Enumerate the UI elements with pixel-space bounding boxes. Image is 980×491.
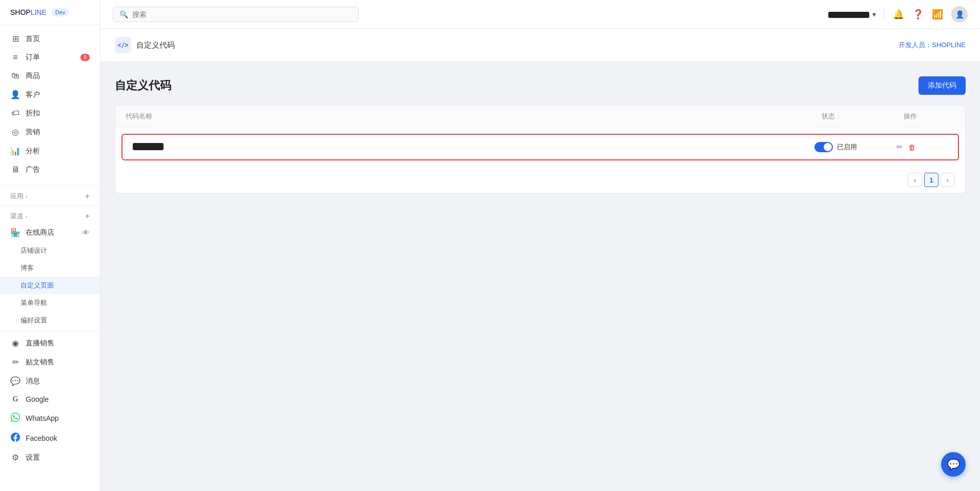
- sidebar-label-home: 首页: [26, 34, 40, 44]
- avatar[interactable]: 👤: [951, 6, 968, 23]
- fab-chat-button[interactable]: 💬: [941, 452, 966, 477]
- sidebar-item-online-store[interactable]: 🏪 在线商店 👁: [0, 223, 100, 242]
- sidebar-sublabel-custom-pages: 自定义页面: [21, 281, 54, 290]
- orders-icon: ≡: [10, 53, 21, 62]
- sidebar-subitem-menu-nav[interactable]: 菜单导航: [0, 294, 100, 312]
- delete-icon[interactable]: 🗑: [908, 143, 916, 152]
- search-icon: 🔍: [119, 10, 128, 18]
- top-bar-right: ▾ 🔔 ❓ 📶 👤: [828, 6, 968, 23]
- logo-area: SHOPLINE Dev: [0, 0, 100, 25]
- code-icon: </>: [117, 42, 129, 49]
- sidebar-label-facebook: Facebook: [26, 434, 57, 442]
- edit-icon[interactable]: ✏: [896, 142, 903, 152]
- sidebar-subitem-blog[interactable]: 博客: [0, 259, 100, 277]
- sidebar-item-customers[interactable]: 👤 客户: [0, 85, 100, 104]
- pagination-next[interactable]: ›: [941, 173, 955, 187]
- main-container: 🔍 ▾ 🔔 ❓ 📶 👤 </> 自定义代码: [100, 0, 980, 491]
- google-icon: G: [10, 395, 21, 403]
- search-input[interactable]: [132, 10, 352, 18]
- sidebar-label-ads: 广告: [26, 165, 40, 174]
- status-label: 已启用: [837, 142, 857, 152]
- page-header-bar: </> 自定义代码 开发人员：SHOPLINE: [100, 29, 980, 62]
- user-area[interactable]: ▾: [828, 10, 876, 18]
- sidebar-item-orders[interactable]: ≡ 订单 8: [0, 48, 100, 67]
- apps-label: 应用 ›: [10, 192, 27, 201]
- channels-label: 渠道 ›: [10, 212, 27, 221]
- sidebar-item-marketing[interactable]: ◎ 营销: [0, 122, 100, 141]
- whatsapp-icon: [10, 413, 21, 423]
- divider-1: [884, 9, 885, 19]
- apps-add-button[interactable]: +: [85, 192, 90, 201]
- sidebar-label-whatsapp: WhatsApp: [26, 414, 59, 422]
- sidebar-label-orders: 订单: [26, 53, 40, 62]
- sidebar-item-messages[interactable]: 💬 消息: [0, 372, 100, 391]
- settings-icon: ⚙: [10, 453, 21, 462]
- search-box[interactable]: 🔍: [113, 7, 359, 22]
- sidebar-label-products: 商品: [26, 71, 40, 80]
- home-icon: ⊞: [10, 34, 21, 44]
- row-name: [133, 143, 814, 152]
- inner-content: 自定义代码 添加代码 代码名称 状态 操作 已启用: [100, 62, 980, 208]
- breadcrumb-title: 自定义代码: [136, 40, 175, 50]
- apps-section-header[interactable]: 应用 › +: [0, 188, 100, 203]
- dev-badge: Dev: [52, 8, 69, 16]
- sidebar-subitem-custom-pages[interactable]: 自定义页面: [0, 277, 100, 294]
- sidebar-sublabel-menu-nav: 菜单导航: [21, 298, 47, 308]
- table-row: 已启用 ✏ 🗑: [121, 134, 959, 160]
- sidebar-sublabel-preferences: 偏好设置: [21, 316, 47, 325]
- sidebar-item-analytics[interactable]: 📊 分析: [0, 141, 100, 160]
- col-header-name: 代码名称: [126, 112, 822, 121]
- sidebar-item-post-sales[interactable]: ✏ 贴文销售: [0, 353, 100, 372]
- sidebar-label-analytics: 分析: [26, 147, 40, 156]
- orders-badge: 8: [80, 54, 90, 61]
- eye-icon[interactable]: 👁: [82, 228, 90, 237]
- sidebar: SHOPLINE Dev ⊞ 首页 ≡ 订单 8 🛍 商品 👤 客户 🏷 折扣 …: [0, 0, 100, 491]
- col-header-action: 操作: [904, 112, 955, 121]
- messages-icon: 💬: [10, 376, 21, 386]
- discounts-icon: 🏷: [10, 109, 21, 118]
- sidebar-label-google: Google: [26, 395, 49, 403]
- analytics-icon: 📊: [10, 146, 21, 156]
- products-icon: 🛍: [10, 71, 21, 80]
- row-actions: ✏ 🗑: [896, 142, 948, 152]
- sidebar-item-whatsapp[interactable]: WhatsApp: [0, 408, 100, 428]
- channels-section-header[interactable]: 渠道 › +: [0, 208, 100, 223]
- sidebar-subitem-store-design[interactable]: 店铺设计: [0, 242, 100, 259]
- wifi-icon[interactable]: 📶: [932, 9, 943, 20]
- logo-line: LINE: [31, 8, 47, 16]
- add-code-button[interactable]: 添加代码: [918, 76, 966, 95]
- post-sales-icon: ✏: [10, 357, 21, 367]
- developer-name: SHOPLINE: [932, 41, 966, 49]
- sidebar-item-settings[interactable]: ⚙ 设置: [0, 448, 100, 467]
- sidebar-item-discounts[interactable]: 🏷 折扣: [0, 104, 100, 122]
- channels-add-button[interactable]: +: [85, 212, 90, 221]
- user-name: [828, 10, 869, 18]
- notifications-icon[interactable]: 🔔: [893, 9, 904, 20]
- online-store-icon: 🏪: [10, 228, 21, 237]
- col-header-status: 状态: [822, 112, 904, 121]
- sidebar-label-messages: 消息: [26, 377, 40, 386]
- page-content: </> 自定义代码 开发人员：SHOPLINE 自定义代码 添加代码 代码名称 …: [100, 29, 980, 491]
- table-header: 代码名称 状态 操作: [115, 106, 965, 128]
- sidebar-subitem-preferences[interactable]: 偏好设置: [0, 312, 100, 329]
- developer-label: 开发人员：: [899, 41, 932, 49]
- developer-info: 开发人员：SHOPLINE: [899, 40, 966, 50]
- sidebar-item-google[interactable]: G Google: [0, 391, 100, 408]
- help-icon[interactable]: ❓: [912, 9, 924, 20]
- sidebar-item-live-sales[interactable]: ◉ 直播销售: [0, 334, 100, 353]
- sidebar-item-facebook[interactable]: Facebook: [0, 428, 100, 448]
- main-nav: ⊞ 首页 ≡ 订单 8 🛍 商品 👤 客户 🏷 折扣 ◎ 营销 📊 分析: [0, 25, 100, 183]
- breadcrumb: </> 自定义代码: [115, 37, 175, 53]
- row-status: 已启用: [814, 142, 896, 152]
- sidebar-item-products[interactable]: 🛍 商品: [0, 67, 100, 85]
- sidebar-item-home[interactable]: ⊞ 首页: [0, 29, 100, 48]
- sidebar-sublabel-blog: 博客: [21, 263, 34, 273]
- sidebar-label-discounts: 折扣: [26, 109, 40, 118]
- user-dropdown-icon[interactable]: ▾: [872, 10, 876, 18]
- logo: SHOPLINE: [10, 8, 47, 16]
- pagination-page-1[interactable]: 1: [924, 173, 938, 187]
- pagination-prev[interactable]: ‹: [908, 173, 922, 187]
- status-toggle[interactable]: [814, 142, 833, 152]
- custom-code-breadcrumb-icon: </>: [115, 37, 131, 53]
- sidebar-item-ads[interactable]: 🖥 广告: [0, 160, 100, 179]
